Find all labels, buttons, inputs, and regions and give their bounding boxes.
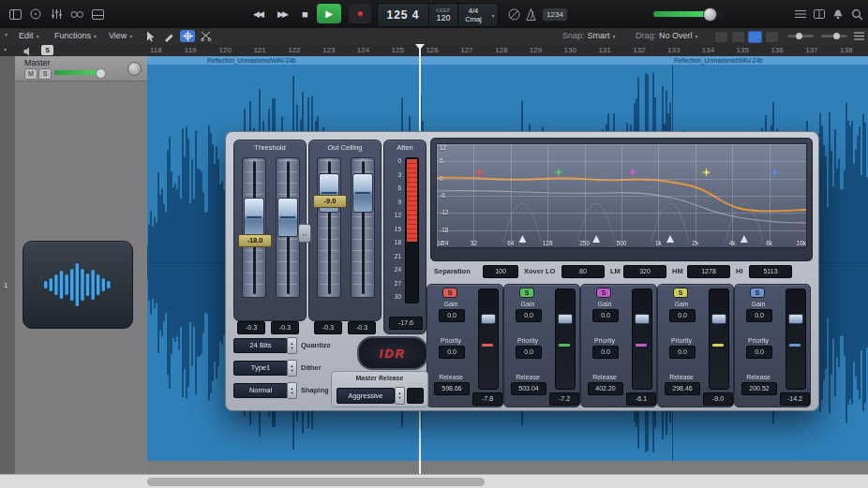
count-in-badge[interactable]: 1234	[542, 7, 568, 22]
pan-knob[interactable]	[127, 62, 142, 76]
threshold-fader-left[interactable]	[242, 157, 266, 298]
band-fader[interactable]	[786, 288, 806, 390]
horizontal-scrollbar[interactable]	[0, 474, 868, 488]
band-fader[interactable]	[478, 288, 499, 390]
zoom-presets-icon[interactable]	[851, 30, 866, 42]
track-icon[interactable]	[22, 241, 133, 329]
search-icon[interactable]	[849, 7, 864, 21]
threshold-fader-right[interactable]	[276, 157, 300, 298]
scrollbar-thumb[interactable]	[147, 478, 485, 486]
band-fader[interactable]	[709, 288, 729, 390]
gain-value[interactable]: 0.0	[592, 309, 619, 322]
pointer-tool-icon[interactable]	[142, 30, 157, 42]
pencil-tool-icon[interactable]	[161, 30, 176, 42]
band-fader-cap[interactable]	[481, 314, 496, 324]
band-fader-cap[interactable]	[635, 314, 650, 324]
threshold-value[interactable]: -18.0	[238, 234, 272, 247]
metronome-icon[interactable]	[523, 7, 538, 21]
hi-value[interactable]: 5113	[749, 265, 792, 278]
gain-value[interactable]: 0.0	[439, 309, 465, 322]
menu-view[interactable]: View▾	[109, 31, 132, 40]
crosshair-tool-icon[interactable]	[180, 30, 195, 42]
lm-value[interactable]: 320	[623, 265, 666, 278]
list-editors-icon[interactable]	[793, 7, 808, 21]
release-value[interactable]: 598.66	[434, 382, 470, 395]
playhead-marker[interactable]	[415, 44, 425, 50]
smart-controls-icon[interactable]	[69, 7, 84, 21]
forward-button[interactable]: ▶▶	[277, 7, 287, 22]
priority-value[interactable]: 0.0	[746, 346, 772, 359]
band-fader[interactable]	[555, 288, 576, 390]
eq-graph[interactable]: 1260-6-12-18-241632641282505001k2k4k8k16…	[436, 143, 807, 248]
priority-value[interactable]: 0.0	[592, 346, 619, 359]
out-ceiling-value[interactable]: -9.0	[313, 195, 347, 208]
band-fader-cap[interactable]	[711, 314, 726, 324]
priority-value[interactable]: 0.0	[439, 346, 465, 359]
chevron-down-icon[interactable]: ▾	[488, 4, 498, 26]
mixer-icon[interactable]	[49, 7, 64, 21]
plugin-window[interactable]: Threshold -18.0 Out Ceiling -9.0 ↔ -0.3 …	[225, 131, 819, 411]
chevron-down-icon[interactable]: ▾	[4, 46, 7, 52]
solo-button[interactable]: S	[38, 68, 52, 80]
quantize-spinner[interactable]: ▲▼	[287, 337, 297, 354]
menu-functions[interactable]: Functions▾	[54, 31, 97, 40]
zoom-horizontal-slider[interactable]	[787, 35, 814, 37]
master-track-header[interactable]: Master M S	[15, 56, 147, 81]
chevron-down-icon[interactable]: ▾	[5, 31, 7, 37]
master-volume-slider[interactable]	[652, 10, 724, 18]
out-ceiling-fader-left[interactable]	[317, 157, 341, 298]
band-solo-button[interactable]: S	[596, 288, 611, 298]
band-fader-cap[interactable]	[558, 314, 573, 324]
menu-edit[interactable]: Edit▾	[19, 31, 39, 40]
shaping-dropdown[interactable]: Normal	[233, 383, 288, 398]
band-solo-button[interactable]: S	[673, 288, 688, 298]
master-volume-knob[interactable]	[703, 7, 717, 22]
release-value[interactable]: 298.46	[665, 382, 700, 395]
master-release-dropdown[interactable]: Aggressive	[337, 388, 395, 404]
band-solo-button[interactable]: S	[750, 288, 765, 298]
band-fader-cap[interactable]	[788, 314, 803, 324]
band-solo-button[interactable]: S	[442, 288, 457, 298]
bell-icon[interactable]	[831, 7, 846, 21]
track-volume-slider[interactable]	[54, 70, 101, 75]
play-button[interactable]: ▶	[317, 4, 341, 23]
master-release-spinner[interactable]: ▲▼	[395, 387, 405, 405]
sidebar-toggle-icon[interactable]	[7, 7, 22, 21]
zoom-vertical-slider[interactable]	[821, 35, 847, 37]
record-button[interactable]: ●	[349, 4, 371, 23]
help-icon[interactable]	[28, 7, 43, 21]
view-option-button[interactable]	[765, 31, 779, 43]
separation-value[interactable]: 100	[483, 265, 518, 278]
release-value[interactable]: 402.20	[588, 382, 623, 395]
mute-button[interactable]: M	[24, 68, 37, 80]
xover-lo-value[interactable]: 80	[561, 265, 605, 278]
band-solo-button[interactable]: S	[519, 288, 534, 298]
priority-value[interactable]: 0.0	[516, 346, 542, 359]
gain-value[interactable]: 0.0	[669, 309, 696, 322]
gain-value[interactable]: 0.0	[516, 309, 542, 322]
catch-playhead-button[interactable]	[748, 31, 762, 43]
shaping-spinner[interactable]: ▲▼	[287, 382, 297, 399]
out-ceiling-fader-right[interactable]	[351, 157, 375, 298]
solo-mode-button[interactable]: S	[41, 45, 53, 55]
release-value[interactable]: 503.04	[511, 382, 546, 395]
gain-value[interactable]: 0.0	[746, 309, 772, 322]
lcd-display[interactable]: 125 4 KEEP 120 4/4 Cmaj ▾	[377, 3, 499, 27]
library-icon[interactable]	[812, 7, 827, 21]
band-fader[interactable]	[632, 288, 652, 390]
tuner-icon[interactable]	[506, 7, 521, 21]
hm-value[interactable]: 1278	[687, 265, 730, 278]
release-value[interactable]: 200.52	[741, 382, 777, 395]
bar-ruler[interactable]: ▾ S 118119120121122123124125126127128129…	[0, 44, 868, 57]
scissors-tool-icon[interactable]	[199, 30, 214, 42]
rewind-button[interactable]: ◀◀	[253, 7, 262, 22]
editors-icon[interactable]	[90, 7, 105, 21]
stereo-link-button[interactable]: ↔	[298, 224, 311, 243]
volume-thumb[interactable]	[96, 68, 106, 79]
dither-dropdown[interactable]: Type1	[233, 361, 288, 376]
stop-button[interactable]: ■	[302, 7, 308, 22]
dither-spinner[interactable]: ▲▼	[287, 360, 297, 377]
drag-menu[interactable]: Drag:No Overl▾	[636, 31, 698, 40]
view-option-button[interactable]	[731, 31, 745, 43]
view-option-button[interactable]	[714, 31, 728, 43]
